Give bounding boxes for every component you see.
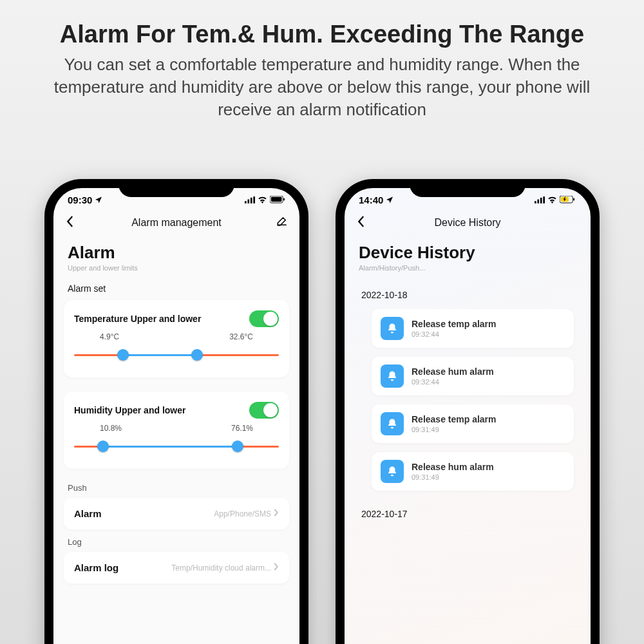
hum-high-label: 76.1% (231, 424, 253, 433)
phone-notch (410, 179, 526, 197)
nav-title: Alarm management (80, 217, 272, 229)
alarm-row-label: Alarm (74, 508, 102, 519)
screen-left: 09:30 (53, 188, 299, 644)
svg-rect-9 (540, 198, 542, 204)
temp-high-label: 32.6°C (229, 332, 253, 341)
signal-icon (535, 194, 545, 205)
hero-subtitle: You can set a comfortable temperature an… (0, 48, 644, 121)
status-time: 09:30 (68, 194, 92, 205)
status-time: 14:40 (359, 194, 383, 205)
battery-charging-icon (560, 194, 576, 205)
history-list: 2022-10-18Release temp alarm09:32:44Rele… (345, 281, 591, 528)
svg-rect-10 (543, 196, 545, 204)
svg-rect-2 (251, 198, 252, 204)
hum-low-label: 10.8% (100, 424, 122, 433)
wifi-icon (547, 194, 557, 205)
log-section-label: Log (53, 537, 299, 552)
back-icon[interactable] (356, 216, 372, 230)
history-item-time: 09:31:49 (412, 473, 494, 481)
bell-icon (381, 365, 404, 388)
chevron-right-icon (274, 563, 279, 573)
bell-icon (381, 412, 404, 435)
phones-row: 09:30 (0, 179, 644, 644)
history-date: 2022-10-18 (345, 281, 591, 309)
svg-rect-13 (573, 198, 574, 201)
hum-toggle[interactable] (249, 402, 279, 419)
svg-rect-7 (535, 202, 536, 204)
history-item-time: 09:32:44 (412, 330, 497, 338)
alarm-log-row[interactable]: Alarm log Temp/Humidity cloud alarm... (64, 552, 289, 583)
hum-knob-high[interactable] (232, 440, 243, 452)
svg-rect-6 (283, 198, 285, 201)
history-item[interactable]: Release hum alarm09:32:44 (372, 357, 574, 395)
history-item-title: Release temp alarm (412, 319, 497, 329)
page-title: Alarm (53, 236, 299, 264)
phone-left: 09:30 (44, 179, 308, 644)
page-title: Device History (345, 236, 591, 264)
history-date: 2022-10-17 (345, 500, 591, 528)
bell-icon (381, 460, 404, 483)
hero-title: Alarm For Tem.& Hum. Exceeding The Range (0, 0, 644, 48)
temp-toggle[interactable] (249, 310, 279, 327)
page-subtitle: Upper and lower limits (53, 264, 299, 281)
history-item-time: 09:32:44 (412, 378, 494, 386)
history-item[interactable]: Release hum alarm09:31:49 (372, 452, 574, 491)
history-item-time: 09:31:49 (412, 426, 497, 433)
svg-rect-3 (253, 196, 255, 204)
alarm-log-hint: Temp/Humidity cloud alarm... (171, 564, 271, 573)
signal-icon (245, 194, 255, 205)
hum-knob-low[interactable] (97, 440, 109, 452)
alarm-set-label: Alarm set (53, 281, 299, 300)
alarm-log-label: Alarm log (74, 562, 118, 573)
phone-right: 14:40 (336, 179, 600, 644)
history-item-title: Release hum alarm (412, 462, 494, 472)
history-item[interactable]: Release temp alarm09:32:44 (372, 309, 574, 348)
temp-knob-high[interactable] (191, 349, 203, 361)
chevron-right-icon (274, 509, 279, 518)
back-icon[interactable] (65, 216, 80, 230)
history-item-title: Release hum alarm (412, 366, 494, 377)
hum-card: Humidity Upper and lower 10.8% 76.1% (64, 392, 289, 469)
nav-bar: Alarm management (53, 208, 299, 236)
history-item-title: Release temp alarm (412, 414, 497, 424)
page-subtitle: Alarm/History/Push... (345, 264, 591, 281)
location-icon (95, 194, 102, 205)
hum-slider[interactable] (74, 439, 279, 453)
wifi-icon (258, 194, 267, 205)
nav-bar: Device History (345, 208, 591, 236)
svg-rect-5 (271, 197, 282, 202)
svg-rect-1 (247, 200, 249, 204)
hum-card-title: Humidity Upper and lower (74, 405, 185, 415)
push-section-label: Push (53, 483, 299, 498)
history-item[interactable]: Release temp alarm09:31:49 (372, 404, 574, 443)
temp-knob-low[interactable] (117, 349, 129, 361)
temp-card: Temperature Upper and lower 4.9°C 32.6°C (64, 300, 289, 377)
nav-title: Device History (372, 217, 564, 229)
screen-right: 14:40 (345, 188, 591, 644)
temp-low-label: 4.9°C (100, 332, 119, 341)
phone-notch (118, 179, 234, 197)
edit-icon[interactable] (272, 216, 288, 230)
battery-icon (270, 194, 285, 205)
location-icon (386, 194, 393, 205)
bell-icon (381, 317, 404, 340)
svg-rect-8 (537, 200, 539, 204)
alarm-row-hint: App/Phone/SMS (214, 509, 271, 518)
temp-card-title: Temperature Upper and lower (74, 314, 201, 324)
svg-rect-0 (245, 202, 247, 204)
alarm-push-row[interactable]: Alarm App/Phone/SMS (64, 498, 289, 529)
temp-slider[interactable] (74, 348, 279, 362)
